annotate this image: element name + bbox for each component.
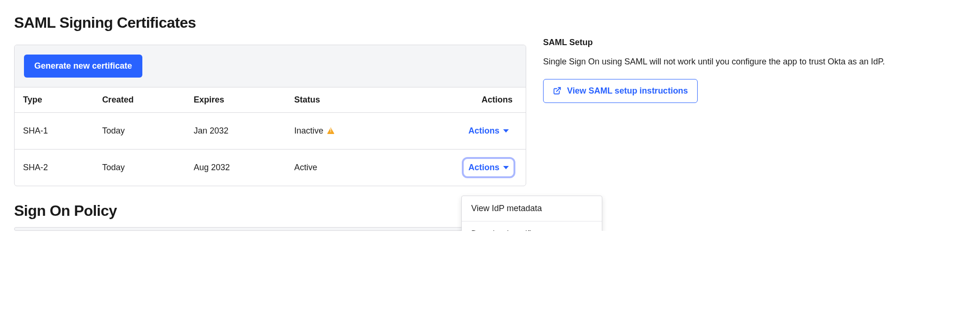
table-row: SHA-1 Today Jan 2032 Inactive Actions: [15, 113, 526, 150]
dropdown-item-view-metadata[interactable]: View IdP metadata: [462, 196, 602, 221]
actions-dropdown: View IdP metadata Download certificate: [461, 196, 602, 231]
col-actions: Actions: [394, 87, 526, 113]
cell-type: SHA-1: [15, 113, 93, 150]
col-created: Created: [93, 87, 185, 113]
policy-card: [14, 227, 526, 231]
table-header-row: Type Created Expires Status Actions: [15, 87, 526, 113]
sidebar-text: Single Sign On using SAML will not work …: [543, 55, 966, 69]
col-expires: Expires: [185, 87, 286, 113]
actions-label: Actions: [468, 163, 499, 173]
row-actions-button[interactable]: Actions: [465, 123, 513, 139]
actions-label: Actions: [468, 126, 499, 136]
certificates-table: Type Created Expires Status Actions SHA-…: [15, 87, 526, 186]
sidebar: SAML Setup Single Sign On using SAML wil…: [543, 9, 966, 103]
certificates-card: Generate new certificate Type Created Ex…: [14, 45, 526, 186]
dropdown-item-download-certificate[interactable]: Download certificate: [462, 221, 602, 231]
external-link-icon: [553, 87, 561, 95]
col-type: Type: [15, 87, 93, 113]
sidebar-title: SAML Setup: [543, 38, 966, 47]
table-row: SHA-2 Today Aug 2032 Active Actions: [15, 150, 526, 186]
policy-heading: Sign On Policy: [14, 202, 526, 220]
certificates-heading: SAML Signing Certificates: [14, 14, 526, 32]
cell-status: Active: [286, 150, 394, 186]
generate-certificate-button[interactable]: Generate new certificate: [24, 55, 142, 78]
warning-icon: [327, 127, 334, 134]
cell-type: SHA-2: [15, 150, 93, 186]
caret-down-icon: [503, 129, 509, 133]
cell-created: Today: [93, 113, 185, 150]
cell-status: Inactive: [286, 113, 394, 150]
row-actions-button[interactable]: Actions: [465, 160, 513, 175]
col-status: Status: [286, 87, 394, 113]
svg-line-0: [557, 88, 560, 92]
status-text: Inactive: [294, 126, 323, 136]
view-saml-instructions-button[interactable]: View SAML setup instructions: [543, 79, 698, 103]
cell-expires: Aug 2032: [185, 150, 286, 186]
certificates-toolbar: Generate new certificate: [15, 45, 526, 87]
cell-created: Today: [93, 150, 185, 186]
status-text: Active: [294, 163, 317, 173]
sidebar-button-label: View SAML setup instructions: [567, 86, 688, 96]
cell-expires: Jan 2032: [185, 113, 286, 150]
caret-down-icon: [503, 166, 509, 169]
